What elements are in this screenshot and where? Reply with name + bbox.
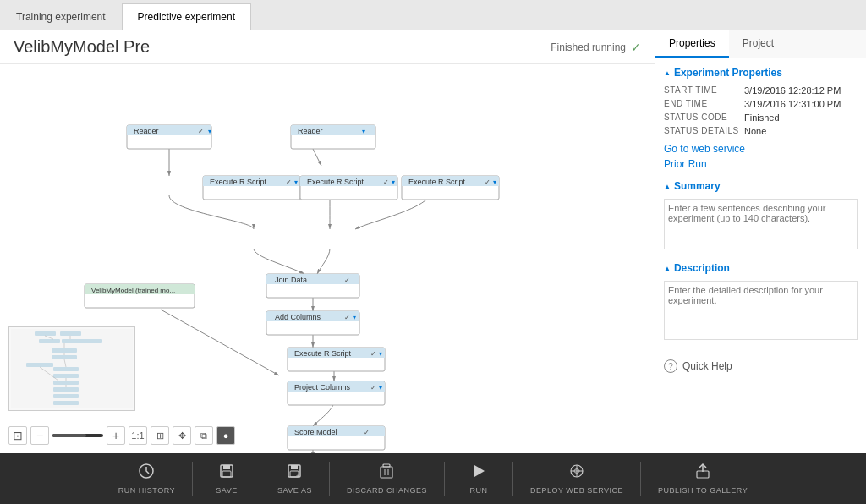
svg-rect-110	[53, 374, 79, 378]
node-score-model[interactable]: Score Model ✓	[288, 426, 385, 450]
run-button[interactable]: RUN	[445, 457, 512, 500]
zoom-in-button[interactable]: +	[107, 426, 125, 445]
node-add-columns[interactable]: Add Columns ✓ ▾	[266, 311, 359, 335]
save-label: SAVE	[216, 486, 237, 495]
zoom-controls: ⊡ − + 1:1 ⊞ ✥ ⧉ ●	[8, 426, 235, 445]
screenshot-button[interactable]: ⧉	[195, 426, 213, 445]
zoom-out-button[interactable]: −	[30, 426, 49, 445]
dark-mode-button[interactable]: ●	[216, 426, 235, 445]
deploy-label: DEPLOY WEB SERVICE	[530, 486, 623, 495]
prop-row-end-time: END TIME 3/19/2016 12:31:00 PM	[664, 99, 858, 109]
quick-help[interactable]: ? Quick Help	[664, 353, 858, 380]
svg-text:✓: ✓	[344, 277, 350, 284]
zoom-slider[interactable]	[52, 434, 103, 437]
svg-text:Project Columns: Project Columns	[294, 383, 351, 392]
svg-text:+: +	[296, 473, 299, 479]
description-header: Description	[664, 262, 858, 274]
svg-text:Add Columns: Add Columns	[275, 313, 321, 321]
fit-screen-button[interactable]: ⊡	[8, 426, 27, 445]
svg-rect-132	[381, 467, 392, 478]
svg-rect-105	[81, 339, 102, 343]
summary-textarea[interactable]	[664, 199, 858, 249]
description-section: Description	[664, 262, 858, 342]
discard-icon	[378, 463, 395, 484]
svg-text:Reader: Reader	[298, 127, 323, 135]
canvas-diagram[interactable]: Reader ✓ ▾ Reader ▾ Execute	[0, 64, 655, 453]
svg-text:✓: ✓	[344, 314, 350, 321]
panel-tab-project[interactable]: Project	[729, 30, 787, 58]
select-tool-button[interactable]: ⊞	[151, 426, 169, 445]
save-button[interactable]: SAVE	[193, 457, 260, 500]
node-execute-r-3[interactable]: Execute R Script ✓ ▾	[402, 176, 499, 200]
properties-table: START TIME 3/19/2016 12:28:12 PM END TIM…	[664, 85, 858, 136]
node-execute-r-2[interactable]: Execute R Script ✓ ▾	[300, 176, 397, 200]
main-area: VelibMyModel Pre Finished running ✓	[0, 30, 866, 453]
svg-text:Reader: Reader	[134, 127, 159, 135]
node-execute-r-1[interactable]: Execute R Script ✓ ▾	[203, 176, 300, 200]
summary-section: Summary	[664, 180, 858, 252]
prior-run-link[interactable]: Prior Run	[664, 158, 858, 170]
prop-row-status-details: STATUS DETAILS None	[664, 126, 858, 136]
run-history-button[interactable]: RUN HISTORY	[101, 457, 192, 500]
run-icon	[470, 463, 487, 484]
prop-row-status-code: STATUS CODE Finished	[664, 112, 858, 123]
svg-text:▾: ▾	[392, 178, 395, 186]
svg-rect-126	[222, 471, 231, 477]
panel-tab-properties[interactable]: Properties	[655, 30, 729, 58]
svg-text:▾: ▾	[353, 314, 356, 321]
svg-line-5	[161, 310, 279, 375]
bottom-toolbar: RUN HISTORY SAVE + SAVE AS	[0, 453, 866, 504]
run-history-label: RUN HISTORY	[118, 486, 175, 495]
svg-text:Execute R Script: Execute R Script	[408, 178, 466, 186]
run-history-icon	[138, 463, 155, 484]
svg-text:✓: ✓	[485, 178, 491, 186]
svg-text:Join Data: Join Data	[275, 276, 307, 284]
svg-rect-101	[35, 331, 56, 336]
tab-training[interactable]: Training experiment	[0, 3, 122, 30]
panel-content: Experiment Properties START TIME 3/19/20…	[655, 58, 866, 453]
go-to-web-service-link[interactable]: Go to web service	[664, 143, 858, 155]
node-reader-2[interactable]: Reader ▾	[291, 125, 375, 149]
minimap[interactable]	[8, 326, 135, 411]
svg-text:▾: ▾	[208, 128, 211, 135]
node-execute-r-4[interactable]: Execute R Script ✓ ▾	[288, 348, 385, 371]
svg-rect-111	[53, 381, 79, 385]
experiment-properties-section: Experiment Properties START TIME 3/19/20…	[664, 67, 858, 170]
node-project-columns-1[interactable]: Project Columns ✓ ▾	[288, 381, 385, 405]
discard-changes-button[interactable]: DISCARD CHANGES	[330, 457, 444, 500]
svg-text:▾: ▾	[379, 350, 382, 358]
deploy-web-service-button[interactable]: DEPLOY WEB SERVICE	[513, 457, 640, 500]
publish-to-gallery-button[interactable]: PUBLISH TO GALLERY	[641, 457, 765, 500]
description-textarea[interactable]	[664, 281, 858, 340]
discard-label: DISCARD CHANGES	[347, 486, 427, 495]
tabs-bar: Training experiment Predictive experimen…	[0, 0, 866, 30]
svg-rect-125	[223, 465, 230, 469]
canvas-header: VelibMyModel Pre Finished running ✓	[0, 30, 655, 64]
svg-text:Execute R Script: Execute R Script	[307, 178, 364, 186]
pan-tool-button[interactable]: ✥	[173, 426, 191, 445]
svg-rect-106	[52, 348, 77, 353]
status-check-icon: ✓	[631, 41, 641, 54]
svg-text:▾: ▾	[493, 178, 496, 186]
prop-row-start-time: START TIME 3/19/2016 12:28:12 PM	[664, 85, 858, 96]
svg-text:✓: ✓	[383, 178, 389, 186]
canvas-area: VelibMyModel Pre Finished running ✓	[0, 30, 655, 453]
page-title: VelibMyModel Pre	[14, 37, 150, 57]
save-as-icon: +	[286, 463, 303, 484]
zoom-reset-button[interactable]: 1:1	[129, 426, 147, 445]
svg-rect-102	[60, 331, 81, 336]
node-trained-model[interactable]: VelibMyModel (trained mo...	[85, 284, 195, 308]
svg-rect-103	[39, 339, 60, 343]
node-reader-1[interactable]: Reader ✓ ▾	[127, 125, 211, 149]
node-join-data[interactable]: Join Data ✓	[266, 274, 359, 298]
svg-line-2	[313, 149, 321, 166]
svg-text:Score Model: Score Model	[294, 428, 337, 436]
save-as-button[interactable]: + SAVE AS	[260, 457, 329, 500]
tab-predictive[interactable]: Predictive experiment	[122, 3, 251, 30]
publish-label: PUBLISH TO GALLERY	[658, 486, 748, 495]
experiment-properties-header: Experiment Properties	[664, 67, 858, 79]
status-badge: Finished running ✓	[551, 41, 641, 54]
run-label: RUN	[469, 486, 487, 495]
svg-rect-113	[53, 394, 79, 398]
svg-rect-128	[291, 465, 298, 469]
